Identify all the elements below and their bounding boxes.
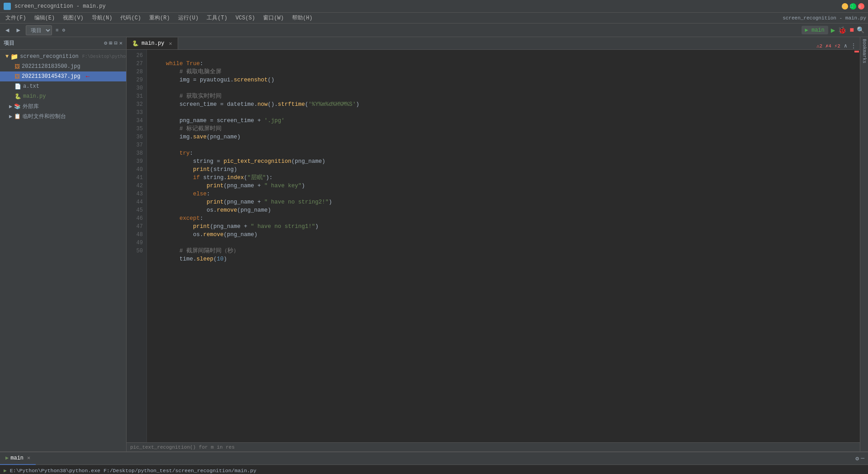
menu-help[interactable]: 帮助(H) [288,13,316,23]
editor-footer: pic_text_recognition() for m in res [127,442,860,451]
jpg2-label: 20221130145437.jpg [22,73,80,80]
run-tab[interactable]: ▶ main ✕ [0,452,36,465]
run-config-label[interactable]: ▶ main [802,26,828,34]
tab-bar: 🐍 main.py ✕ ⚠2 ✗4 ⚡2 ∧ ⋮ [127,37,860,50]
debug-button[interactable]: 🐞 [838,26,847,35]
tab-py-icon: 🐍 [132,40,139,47]
error-mark-1 [854,51,859,52]
external-expand-icon: ▶ [9,103,12,110]
bottom-tabs: ▶ main ✕ ⚙ ─ [0,452,868,465]
run-console[interactable]: ▶ E:\Python\Python38\python.exe F:/Deskt… [0,465,868,474]
back-button[interactable]: ◀ [4,25,11,35]
sidebar-actions: ⚙ ⊞ ⊟ ✕ [104,40,123,47]
maximize-button[interactable]: □ [850,3,856,9]
error-indicators: ⚠2 ✗4 ⚡2 [816,43,840,49]
forward-button[interactable]: ▶ [14,25,22,35]
title-text: screen_recognition - main.py [14,3,106,9]
py-icon: 🐍 [14,93,21,100]
title-bar: screen_recognition - main.py ─ □ ✕ [0,0,868,13]
app-icon [4,3,11,10]
sidebar: 项目 ⚙ ⊞ ⊟ ✕ ▼ 📁 screen_recognition F:\Des… [0,37,127,451]
external-lib-icon: 📚 [14,103,21,110]
console-command: ▶ E:\Python\Python38\python.exe F:/Deskt… [4,467,864,474]
sidebar-close-icon[interactable]: ✕ [119,40,123,47]
tree-root-item[interactable]: ▼ 📁 screen_recognition F:\Desktop\python… [0,52,126,62]
menu-navigate[interactable]: 导航(N) [88,13,116,23]
run-button[interactable]: ▶ [831,26,835,35]
menu-edit[interactable]: 编辑(E) [31,13,59,23]
bookmarks-label[interactable]: Bookmarks [862,39,867,63]
sidebar-expand-icon[interactable]: ⊞ [109,40,112,47]
py-label: main.py [23,93,46,100]
code-content[interactable]: while True: # 截取电脑全屏 img = pyautogui.scr… [147,50,854,442]
jpg1-label: 20221128183500.jpg [22,63,80,70]
jpg2-icon: 🖼 [14,73,20,80]
sidebar-header: 项目 ⚙ ⊞ ⊟ ✕ [0,37,126,50]
red-arrow-icon: ← [86,73,90,80]
file-path: screen_recognition - main.py [783,15,866,21]
run-controls: ▶ main ▶ 🐞 ■ 🔍 [802,26,864,35]
menu-view[interactable]: 视图(V) [59,13,87,23]
editor-indicators: ⚠2 ✗4 ⚡2 ∧ ⋮ [816,43,860,49]
temp-expand-icon: ▶ [9,113,12,120]
title-bar-controls: ─ □ ✕ [842,3,864,9]
sidebar-title: 项目 [4,39,14,47]
top-bar-left: ◀ ▶ 项目 ≡ ⚙ [4,25,65,35]
menu-tools[interactable]: 工具(T) [203,13,231,23]
settings-gear-icon[interactable]: ⚙ [855,455,859,462]
settings-icon[interactable]: ⋮ [851,43,856,49]
txt-icon: 📄 [14,83,21,90]
menu-bar: 文件(F) 编辑(E) 视图(V) 导航(N) 代码(C) 重构(R) 运行(U… [0,13,868,24]
root-folder-icon: ▼ [5,53,9,60]
sidebar-gear-icon[interactable]: ⚙ [104,40,107,47]
tab-label: main.py [142,40,164,47]
root-path: F:\Desktop\python_test\screen_recognitio… [82,54,126,59]
bottom-panel-buttons: ⚙ ─ [855,455,868,462]
gear-icon[interactable]: ⚙ [62,27,65,33]
expand-icon[interactable]: ∧ [844,43,847,49]
folder-icon: 📁 [10,53,18,61]
temp-files-icon: 📋 [14,113,21,120]
tree-item-external[interactable]: ▶ 📚 外部库 [0,101,126,111]
minimize-panel-icon[interactable]: ─ [861,455,864,462]
title-bar-left: screen_recognition - main.py [4,3,106,10]
run-tab-icon: ▶ [5,455,9,461]
jpg1-icon: 🖼 [14,63,20,70]
bottom-panel: ▶ main ✕ ⚙ ─ ▶ E:\Python\Python38\python… [0,451,868,474]
txt-label: a.txt [23,83,39,90]
tab-close-icon[interactable]: ✕ [169,40,172,47]
menu-vcs[interactable]: VCS(S) [232,14,259,22]
stop-button[interactable]: ■ [849,26,854,34]
editor-right-margin [854,50,860,442]
project-selector[interactable]: 项目 [26,25,52,35]
sidebar-tree: ▼ 📁 screen_recognition F:\Desktop\python… [0,50,126,451]
run-indicator: ▶ [4,468,7,474]
structure-toggle[interactable]: ≡ [56,28,59,33]
tree-item-py[interactable]: 🐍 main.py [0,91,126,101]
tree-item-txt[interactable]: 📄 a.txt [0,81,126,91]
menu-refactor[interactable]: 重构(R) [146,13,174,23]
run-tab-close[interactable]: ✕ [27,455,30,461]
search-everywhere-button[interactable]: 🔍 [857,26,864,34]
editor-area: 🐍 main.py ✕ ⚠2 ✗4 ⚡2 ∧ ⋮ 26 27 28 29 30 … [127,37,860,451]
line-numbers: 26 27 28 29 30 31 32 33 34 35 36 37 38 3… [127,50,147,442]
editor-tab-main[interactable]: 🐍 main.py ✕ [127,38,178,49]
top-toolbar: ◀ ▶ 项目 ≡ ⚙ ▶ main ▶ 🐞 ■ 🔍 [0,24,868,37]
temp-files-label: 临时文件和控制台 [23,113,66,120]
root-folder-label: screen_recognition [20,53,79,60]
menu-code[interactable]: 代码(C) [117,13,145,23]
menu-file[interactable]: 文件(F) [2,13,30,23]
editor-footer-text: pic_text_recognition() for m in res [130,445,235,450]
sidebar-collapse-icon[interactable]: ⊟ [114,40,118,47]
run-tab-label: main [10,455,24,461]
tree-item-jpg2[interactable]: 🖼 20221130145437.jpg ← [0,71,126,81]
menu-window[interactable]: 窗口(W) [259,13,288,23]
menu-run[interactable]: 运行(U) [175,13,203,23]
minimize-button[interactable]: ─ [842,3,848,9]
close-button[interactable]: ✕ [858,3,864,9]
right-panel: Bookmarks [860,37,868,451]
main-layout: 项目 ⚙ ⊞ ⊟ ✕ ▼ 📁 screen_recognition F:\Des… [0,37,868,451]
external-lib-label: 外部库 [23,103,39,110]
tree-item-jpg1[interactable]: 🖼 20221128183500.jpg [0,62,126,71]
tree-item-temp[interactable]: ▶ 📋 临时文件和控制台 [0,111,126,121]
